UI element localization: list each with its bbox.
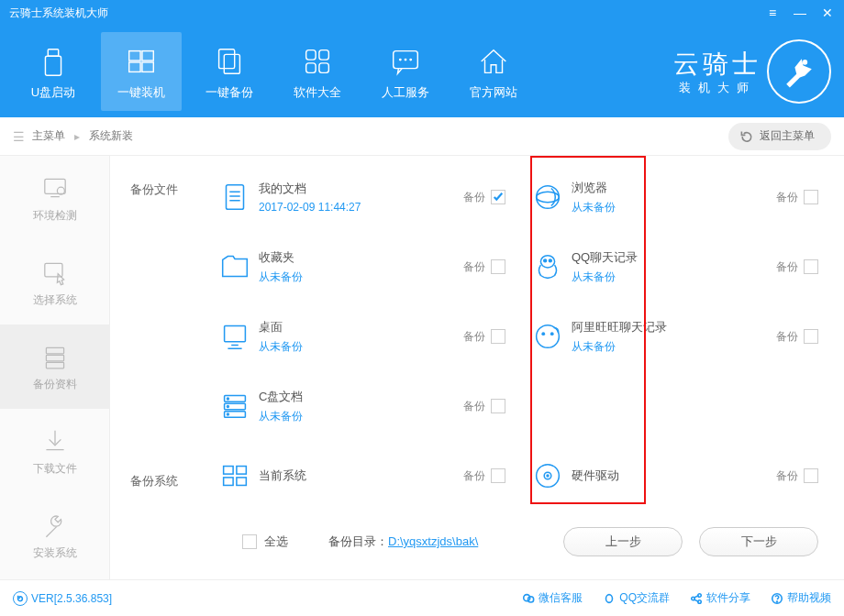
svg-point-15 — [409, 59, 412, 61]
backup-checkbox[interactable]: 备份 — [463, 468, 505, 484]
minimize-icon[interactable]: — — [793, 6, 807, 20]
backup-checkbox[interactable]: 备份 — [463, 190, 505, 205]
svg-point-14 — [405, 59, 407, 61]
chat-icon — [388, 42, 423, 81]
side-backup-data[interactable]: 备份资料 — [0, 324, 109, 409]
svg-point-53 — [776, 600, 777, 601]
backup-checkbox[interactable]: 备份 — [463, 259, 505, 275]
section-backup-files: 备份文件 — [130, 182, 178, 198]
backup-checkbox[interactable]: 备份 — [776, 329, 818, 345]
prev-button[interactable]: 上一步 — [563, 527, 683, 556]
footer-wechat[interactable]: 微信客服 — [522, 590, 583, 606]
download-icon — [40, 426, 70, 456]
svg-rect-17 — [44, 179, 64, 193]
next-button[interactable]: 下一步 — [699, 527, 818, 556]
close-icon[interactable]: ✕ — [820, 6, 835, 20]
list-icon: ☰ — [13, 129, 25, 144]
breadcrumb: ☰ 主菜单 ▸ 系统新装 返回主菜单 — [0, 117, 844, 156]
backup-item: QQ聊天记录从未备份备份 — [524, 242, 818, 292]
backup-item: C盘文档从未备份备份 — [211, 381, 505, 431]
server-icon — [40, 342, 70, 371]
svg-point-38 — [227, 413, 228, 415]
backup-item: 阿里旺旺聊天记录从未备份备份 — [524, 312, 818, 361]
menu-icon[interactable]: ≡ — [765, 6, 780, 20]
select-all[interactable]: 全选 — [242, 534, 288, 550]
item-name: 我的文档 — [259, 181, 463, 197]
svg-point-27 — [544, 259, 547, 262]
side-download[interactable]: 下载文件 — [0, 409, 109, 493]
svg-rect-39 — [224, 467, 233, 475]
svg-rect-0 — [48, 50, 58, 57]
item-icon — [211, 180, 259, 214]
usb-icon — [36, 42, 71, 81]
side-install[interactable]: 安装系统 — [0, 493, 109, 578]
app-title: 云骑士系统装机大师 — [9, 6, 108, 21]
qq-icon — [603, 592, 616, 605]
item-icon — [211, 389, 259, 424]
section-backup-system: 备份系统 — [130, 473, 178, 490]
nav-website[interactable]: 官方网站 — [453, 32, 534, 111]
backup-dir-link[interactable]: D:\yqsxtzjds\bak\ — [388, 534, 478, 548]
svg-rect-20 — [46, 347, 63, 353]
backup-checkbox[interactable]: 备份 — [776, 468, 818, 484]
svg-rect-6 — [219, 50, 235, 69]
item-name: 阿里旺旺聊天记录 — [572, 319, 776, 336]
backup-checkbox[interactable]: 备份 — [776, 190, 818, 205]
svg-point-28 — [549, 259, 551, 262]
copy-icon — [212, 42, 247, 81]
item-status: 从未备份 — [572, 200, 776, 215]
backup-checkbox[interactable]: 备份 — [463, 329, 505, 345]
nav-software[interactable]: 软件大全 — [277, 32, 358, 111]
nav-one-click-backup[interactable]: 一键备份 — [189, 32, 270, 111]
home-icon — [476, 42, 511, 81]
svg-rect-8 — [306, 50, 316, 60]
footer-qq[interactable]: QQ交流群 — [603, 590, 670, 606]
svg-point-36 — [227, 398, 228, 400]
svg-point-26 — [540, 256, 554, 268]
dir-label: 备份目录： — [328, 534, 388, 548]
monitor-gear-icon — [40, 173, 70, 203]
item-name: 当前系统 — [259, 468, 463, 484]
cursor-icon — [40, 258, 70, 287]
svg-point-45 — [547, 475, 549, 477]
footer-help[interactable]: 帮助视频 — [771, 590, 831, 606]
backup-item: 当前系统备份 — [211, 451, 505, 500]
sidebar: 环境检测 选择系统 备份资料 下载文件 安装系统 — [0, 156, 110, 579]
svg-rect-3 — [142, 51, 153, 60]
backup-checkbox[interactable]: 备份 — [776, 259, 818, 275]
side-env-check[interactable]: 环境检测 — [0, 156, 109, 240]
item-status: 从未备份 — [572, 339, 776, 355]
nav-support[interactable]: 人工服务 — [365, 32, 446, 111]
item-name: C盘文档 — [259, 389, 463, 405]
svg-point-37 — [227, 406, 228, 408]
back-arrow-icon — [739, 129, 754, 144]
backup-item: 我的文档2017-02-09 11:44:27备份 — [211, 172, 505, 222]
version[interactable]: VER[2.5.36.853] — [13, 591, 112, 606]
item-name: QQ聊天记录 — [572, 249, 776, 266]
checkbox-icon[interactable] — [242, 534, 257, 549]
nav-one-click-install[interactable]: 一键装机 — [101, 32, 182, 111]
svg-rect-22 — [46, 362, 63, 368]
svg-rect-2 — [129, 51, 140, 60]
item-name: 浏览器 — [572, 180, 776, 196]
backup-item: 浏览器从未备份备份 — [524, 172, 818, 222]
svg-rect-29 — [225, 326, 246, 342]
svg-rect-1 — [45, 56, 61, 75]
backup-checkbox[interactable]: 备份 — [463, 399, 505, 414]
crumb-root[interactable]: 主菜单 — [32, 128, 65, 144]
brand: 云骑士 装机大师 — [673, 39, 831, 104]
wrench-icon — [40, 511, 70, 540]
side-select-system[interactable]: 选择系统 — [0, 240, 109, 324]
refresh-icon — [13, 591, 28, 606]
apps-icon — [300, 42, 335, 81]
svg-rect-42 — [237, 478, 246, 486]
item-status: 从未备份 — [259, 409, 463, 424]
title-bar: 云骑士系统装机大师 ≡ — ✕ — [0, 0, 844, 26]
svg-rect-41 — [224, 478, 233, 486]
item-icon — [524, 319, 572, 354]
back-button[interactable]: 返回主菜单 — [728, 123, 831, 150]
footer-share[interactable]: 软件分享 — [690, 590, 750, 606]
item-icon — [211, 458, 259, 493]
help-icon — [771, 592, 783, 605]
nav-usb-boot[interactable]: U盘启动 — [13, 32, 94, 111]
